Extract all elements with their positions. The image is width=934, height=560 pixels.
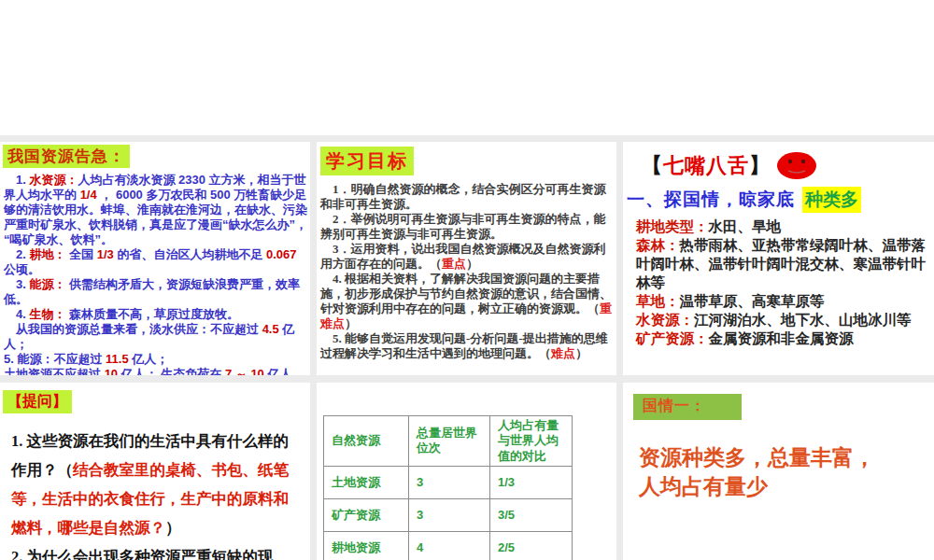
table-header-row: 自然资源总量居世界位次人均占有量与世界人均值的对比 (324, 416, 573, 467)
text-run: 耕地类型： (636, 218, 709, 234)
text-run: 1/4 (80, 188, 97, 202)
text-run: 【 (642, 154, 663, 177)
slide4-body: 1. 这些资源在我们的生活中具有什么样的作用？（结合教室里的桌椅、书包、纸笔等，… (11, 427, 290, 560)
text-run: 4. 根据相关资料，了解解决我国资源问题的主要措施，初步形成保护与节约自然资源的… (320, 272, 612, 315)
slide1-body: 1. 水资源：人均占有淡水资源 2330 立方米，相当于世界人均水平的 1/4 … (4, 173, 308, 375)
slide6-body: 资源种类多，总量丰富， 人均占有量少 (639, 443, 934, 501)
paragraph: 4. 根据相关资料，了解解决我国资源问题的主要措施，初步形成保护与节约自然资源的… (320, 272, 614, 331)
text-run: 热带雨林、亚热带常绿阔叶林、温带落叶阔叶林、温带针叶阔叶混交林、寒温带针叶林等 (636, 237, 926, 290)
slide2-body: 1．明确自然资源的概念，结合实例区分可再生资源和非可再生资源。 2．举例说明可再… (320, 182, 614, 361)
text-run: 水资源： (636, 312, 694, 328)
text-run: 2. 为什么会出现多种资源严重短缺的现象？ (11, 548, 274, 560)
paragraph: 水资源：江河湖泊水、地下水、山地冰川等 (636, 311, 928, 329)
text-run: 5. 能源：不应超过 (4, 352, 106, 366)
paragraph: 耕地类型：水田、旱地 (636, 217, 928, 236)
slide1-title: 我国资源告急： (3, 145, 130, 168)
slide6-line: 人均占有量少 (639, 472, 934, 501)
text-run: 公顷。 (4, 262, 40, 276)
slide4-title: 【提问】 (3, 390, 72, 413)
paragraph: 5. 能源：不应超过 11.5 亿人； (4, 352, 308, 367)
paragraph: 4. 生物： 森林质量不高，草原过度放牧。 (4, 307, 308, 322)
text-run: ） (575, 346, 587, 360)
paragraph: 草地：温带草原、高寒草原等 (636, 292, 928, 311)
table-cell: 土地资源 (324, 466, 409, 498)
text-run: ） (466, 257, 478, 271)
slide3-title-text: 【七嘴八舌】 (642, 152, 771, 180)
text-run: 耕地： (29, 247, 65, 261)
text-run: 3. (4, 277, 29, 291)
text-run: 2．举例说明可再生资源与非可再生资源的特点，能辨别可再生资源与非可再生资源。 (320, 212, 606, 241)
table-row: 土地资源31/3 (324, 466, 573, 498)
text-run: 生物： (29, 307, 65, 321)
text-run: ） (165, 519, 181, 537)
text-run: 7 ～ 10 (225, 367, 264, 375)
text-run: 森林： (636, 237, 680, 253)
paragraph: 1．明确自然资源的概念，结合实例区分可再生资源和非可再生资源。 (320, 182, 614, 212)
table-header-cell: 总量居世界位次 (409, 416, 490, 467)
table-cell: 4 (409, 531, 490, 560)
table-header-cell: 人均占有量与世界人均值的对比 (490, 416, 573, 467)
text-run: 11.5 (106, 352, 129, 366)
slide3-body: 耕地类型：水田、旱地森林：热带雨林、亚热带常绿阔叶林、温带落叶阔叶林、温带针叶阔… (636, 217, 928, 348)
paragraph: 森林：热带雨林、亚热带常绿阔叶林、温带落叶阔叶林、温带针叶阔叶混交林、寒温带针叶… (636, 236, 928, 292)
text-run: 的省、自治区人均耕地不足 (114, 247, 266, 261)
text-run: 金属资源和非金属资源 (709, 330, 854, 346)
text-run: 亿人； (129, 352, 169, 366)
text-run: 2. (4, 247, 29, 261)
smiley-icon (776, 151, 817, 180)
paragraph: 3．运用资料，说出我国自然资源概况及自然资源利用方面存在的问题。（重点） (320, 242, 614, 272)
paragraph: 2. 耕地： 全国 1/3 的省、自治区人均耕地不足 0.067 公顷。 (4, 247, 308, 277)
slide-thumb-discussion[interactable]: 【七嘴八舌】 一、探国情，晾家底 种类多 耕地类型：水田、旱地森林：热带雨林、亚… (623, 142, 934, 375)
slide6-label-box: 国情一： (633, 394, 742, 420)
text-run: 】 (749, 154, 771, 177)
paragraph: 1. 这些资源在我们的生活中具有什么样的作用？（结合教室里的桌椅、书包、纸笔等，… (11, 427, 290, 542)
text-run: 从我国的资源总量来看，淡水供应：不应超过 (4, 322, 262, 336)
text-run: 江河湖泊水、地下水、山地冰川等 (694, 312, 912, 328)
slide6-line: 资源种类多，总量丰富， (639, 443, 934, 472)
text-run: 1．明确自然资源的概念，结合实例区分可再生资源和非可再生资源。 (320, 182, 606, 211)
slide-thumb-learning-goals[interactable]: 学习目标 1．明确自然资源的概念，结合实例区分可再生资源和非可再生资源。 2．举… (317, 142, 616, 375)
text-run: 1/3 (97, 247, 114, 261)
table-header-cell: 自然资源 (324, 416, 409, 467)
slide-grid: 我国资源告急： 1. 水资源：人均占有淡水资源 2330 立方米，相当于世界人均… (0, 135, 934, 560)
slide-thumb-resource-alert[interactable]: 我国资源告急： 1. 水资源：人均占有淡水资源 2330 立方米，相当于世界人均… (0, 142, 310, 375)
text-run: 七嘴八舌 (663, 154, 749, 177)
table-cell: 2/5 (490, 531, 573, 560)
slide2-title: 学习目标 (320, 147, 414, 175)
slide3-title: 【七嘴八舌】 (642, 151, 934, 180)
text-run: 重点 (442, 257, 466, 271)
table-cell: 耕地资源 (324, 531, 409, 560)
table-row: 矿产资源33/5 (324, 498, 573, 531)
text-run: 草地： (636, 293, 680, 309)
table-row: 耕地资源42/5 (324, 531, 573, 560)
slide3-heading-row: 一、探国情，晾家底 种类多 (627, 187, 934, 213)
text-run: 0.067 (266, 247, 297, 261)
paragraph: 3. 能源： 供需结构矛盾大，资源短缺浪费严重，效率低。 (4, 277, 308, 307)
table-cell: 3/5 (490, 498, 573, 531)
paragraph: 2．举例说明可再生资源与非可再生资源的特点，能辨别可再生资源与非可再生资源。 (320, 212, 614, 242)
table-cell: 3 (409, 466, 490, 498)
paragraph: 从我国的资源总量来看，淡水供应：不应超过 4.5 亿人； (4, 322, 308, 352)
slide-thumb-conclusion[interactable]: 国情一： 资源种类多，总量丰富， 人均占有量少 (623, 383, 934, 560)
text-run: ） (345, 316, 357, 330)
resource-table: 自然资源总量居世界位次人均占有量与世界人均值的对比土地资源31/3矿产资源33/… (323, 415, 573, 560)
table-cell: 矿产资源 (324, 498, 409, 531)
paragraph: 5. 能够自觉运用发现问题-分析问题-提出措施的思维过程解决学习和生活中遇到的地… (320, 331, 614, 361)
table-cell: 3 (409, 498, 490, 531)
text-run: 森林质量不高，草原过度放牧。 (65, 307, 239, 321)
text-run: 难点 (551, 346, 575, 360)
text-run: 土地资源不应超过 (4, 367, 105, 375)
slide-thumb-question[interactable]: 【提问】 1. 这些资源在我们的生活中具有什么样的作用？（结合教室里的桌椅、书包… (0, 383, 310, 560)
slide-thumb-resource-table[interactable]: 自然资源总量居世界位次人均占有量与世界人均值的对比土地资源31/3矿产资源33/… (317, 383, 616, 560)
slide3-tag-highlight: 种类多 (802, 187, 861, 213)
text-run: 温带草原、高寒草原等 (680, 293, 825, 309)
text-run: 水田、旱地 (709, 218, 782, 234)
text-run: 亿人。 (264, 367, 304, 375)
text-run: 全国 (65, 247, 96, 261)
paragraph: 矿产资源：金属资源和非金属资源 (636, 329, 928, 348)
text-run: 水资源： (29, 173, 78, 187)
text-run: 能源： (29, 277, 65, 291)
paragraph: 2. 为什么会出现多种资源严重短缺的现象？ (11, 542, 290, 560)
paragraph: 土地资源不应超过 10 亿人； 生态负荷在 7 ～ 10 亿人。 (4, 367, 308, 375)
table-cell: 1/3 (490, 466, 573, 498)
